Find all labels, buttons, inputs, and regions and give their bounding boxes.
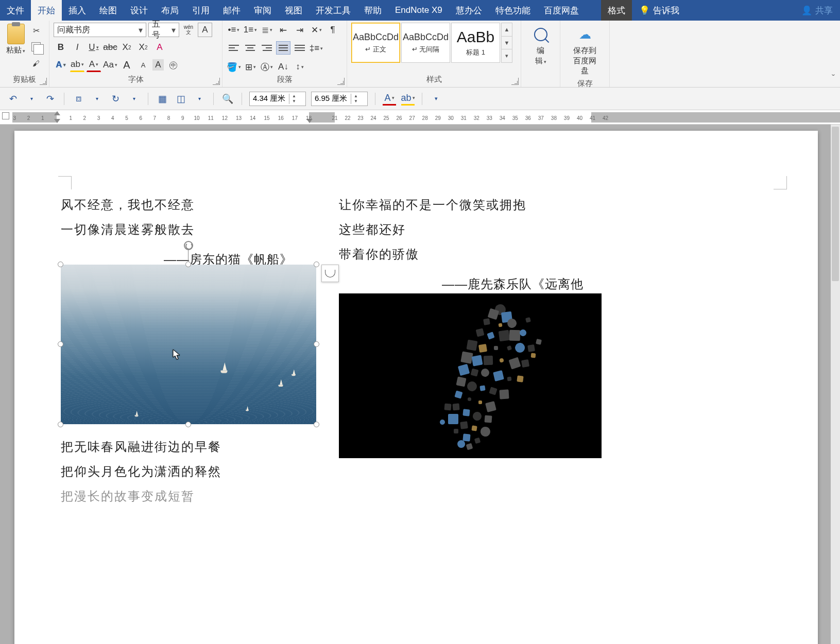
show-marks-button[interactable]: ¶: [325, 23, 340, 37]
qat-customize-button[interactable]: ▾: [430, 92, 443, 106]
share-button[interactable]: 👤 共享: [794, 0, 840, 21]
tab-layout[interactable]: 布局: [155, 0, 185, 21]
reset-picture-button[interactable]: ◫: [174, 92, 187, 106]
width-field[interactable]: [312, 94, 351, 103]
strikethrough-button[interactable]: abc: [103, 40, 117, 55]
tab-review[interactable]: 审阅: [247, 0, 278, 21]
picture-height-input[interactable]: ▲▼: [249, 92, 306, 106]
multilevel-list-button[interactable]: ≣: [260, 23, 274, 37]
tab-design[interactable]: 设计: [124, 0, 155, 21]
redo-button[interactable]: ↷: [43, 92, 57, 106]
gallery-down-icon[interactable]: ▼: [502, 37, 512, 50]
tab-mailings[interactable]: 邮件: [216, 0, 247, 21]
zoom-button[interactable]: 🔍: [221, 92, 234, 106]
resize-handle-mr[interactable]: [314, 341, 319, 347]
borders-button[interactable]: ⊞: [243, 60, 258, 74]
paragraph-dialog-launcher[interactable]: [337, 78, 345, 85]
text-effects-button[interactable]: A: [54, 58, 68, 72]
bullets-button[interactable]: •≡: [227, 23, 241, 37]
resize-handle-bl[interactable]: [58, 422, 63, 427]
picture-width-input[interactable]: ▲▼: [311, 92, 368, 106]
align-left-button[interactable]: [227, 41, 241, 55]
font-name-combo[interactable]: 问藏书房▾: [54, 23, 146, 37]
copy-button[interactable]: [30, 41, 42, 53]
height-field[interactable]: [250, 94, 289, 103]
decrease-indent-button[interactable]: ⇤: [276, 23, 290, 37]
clipboard-dialog-launcher[interactable]: [40, 78, 47, 85]
scrollbar-thumb[interactable]: [832, 127, 839, 281]
tell-me-search[interactable]: 💡 告诉我: [632, 0, 687, 21]
tab-features[interactable]: 特色功能: [489, 0, 537, 21]
picture-highlight-button[interactable]: ab: [401, 92, 415, 106]
font-color-button[interactable]: A: [87, 58, 101, 72]
cut-button[interactable]: [30, 25, 42, 36]
asian-layout-button[interactable]: ✕: [309, 23, 323, 37]
tab-help[interactable]: 帮助: [357, 0, 388, 21]
undo-button[interactable]: ↶: [6, 92, 20, 106]
change-text-direction-button[interactable]: ↕: [293, 60, 307, 74]
font-dialog-launcher[interactable]: [213, 78, 220, 85]
gallery-more-icon[interactable]: ▾: [502, 49, 512, 62]
layout-options-button[interactable]: [321, 265, 339, 282]
italic-button[interactable]: I: [70, 40, 84, 55]
tab-endnote[interactable]: EndNote X9: [388, 0, 449, 21]
paste-button[interactable]: 粘贴: [4, 23, 27, 56]
subscript-button[interactable]: X2: [119, 40, 134, 55]
horizontal-ruler[interactable]: 3211234567891011121314151617182122232425…: [0, 110, 840, 125]
style-nospacing[interactable]: AaBbCcDd ↵ 无间隔: [401, 23, 450, 63]
bold-button[interactable]: B: [54, 40, 68, 55]
tab-home[interactable]: 开始: [31, 0, 62, 21]
styles-gallery-scroll[interactable]: ▲ ▼ ▾: [501, 23, 512, 63]
picture-border-color-button[interactable]: A: [383, 92, 396, 106]
change-case-button[interactable]: Aa: [103, 58, 117, 72]
resize-handle-tl[interactable]: [58, 262, 63, 267]
numbering-button[interactable]: 1≡: [243, 23, 258, 37]
tab-insert[interactable]: 插入: [62, 0, 93, 21]
highlight-button[interactable]: ab: [70, 58, 84, 72]
gallery-up-icon[interactable]: ▲: [502, 23, 512, 37]
shrink-font-button[interactable]: A: [136, 58, 150, 72]
superscript-button[interactable]: X2: [136, 40, 150, 55]
collage-image[interactable]: [339, 293, 602, 458]
vertical-scrollbar[interactable]: [831, 125, 840, 644]
align-center-button[interactable]: [243, 41, 258, 55]
char-scale-button[interactable]: Ⓐ: [260, 60, 274, 74]
tab-view[interactable]: 视图: [278, 0, 309, 21]
resize-handle-tm[interactable]: [185, 262, 191, 267]
phonetic-guide-button[interactable]: wén文: [181, 23, 196, 37]
crop-dropdown[interactable]: ▾: [90, 92, 104, 106]
crop-tool-button[interactable]: ⧈: [72, 92, 85, 106]
font-size-combo[interactable]: 五号▾: [148, 23, 179, 37]
collapse-ribbon-button[interactable]: ˇ: [832, 73, 835, 84]
increase-indent-button[interactable]: ⇥: [293, 23, 307, 37]
width-down[interactable]: ▼: [351, 99, 361, 104]
tab-draw[interactable]: 绘图: [93, 0, 124, 21]
tab-baidu[interactable]: 百度网盘: [537, 0, 586, 21]
character-shading-button[interactable]: A: [152, 59, 164, 71]
document-area[interactable]: 风不经意，我也不经意 一切像清晨迷雾般散去 ——房东的猫《帆船》 让你幸福的不是…: [0, 125, 840, 644]
styles-dialog-launcher[interactable]: [511, 78, 519, 85]
height-down[interactable]: ▼: [289, 99, 299, 104]
tab-file[interactable]: 文件: [0, 0, 31, 21]
height-up[interactable]: ▲: [289, 94, 299, 99]
align-distributed-button[interactable]: [293, 41, 307, 55]
rotate-handle[interactable]: [184, 241, 193, 250]
sort-button[interactable]: A↓: [276, 60, 290, 74]
clear-formatting-button[interactable]: A: [152, 40, 167, 55]
rotate-tool-button[interactable]: ↻: [109, 92, 122, 106]
tab-developer[interactable]: 开发工具: [309, 0, 357, 21]
resize-handle-br[interactable]: [314, 422, 319, 427]
save-to-baidu-button[interactable]: ☁ 保存到百度网盘: [564, 23, 605, 79]
align-justify-button[interactable]: [276, 41, 290, 55]
undo-dropdown[interactable]: ▾: [25, 92, 38, 106]
resize-handle-ml[interactable]: [58, 341, 63, 347]
rotate-dropdown[interactable]: ▾: [127, 92, 141, 106]
tab-references[interactable]: 引用: [185, 0, 216, 21]
editing-button[interactable]: 编辑: [525, 23, 556, 68]
tab-huibangong[interactable]: 慧办公: [449, 0, 489, 21]
reset-dropdown[interactable]: ▾: [193, 92, 206, 106]
format-painter-button[interactable]: [30, 58, 42, 69]
resize-handle-bm[interactable]: [185, 422, 191, 427]
width-up[interactable]: ▲: [351, 94, 361, 99]
shading-button[interactable]: 🪣: [227, 60, 241, 74]
